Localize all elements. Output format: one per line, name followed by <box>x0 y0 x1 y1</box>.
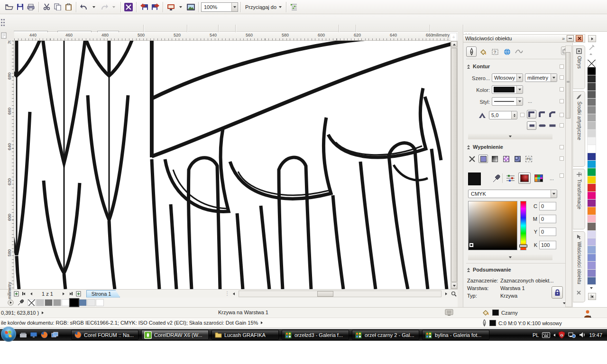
quicklaunch-desktop-icon[interactable] <box>29 331 38 339</box>
proof-colors-icon[interactable] <box>445 309 453 316</box>
search-content-button[interactable] <box>123 2 134 12</box>
color-swatch[interactable] <box>587 122 596 129</box>
welcome-screen-button[interactable] <box>185 2 196 12</box>
undo-button[interactable] <box>79 2 89 12</box>
color-swatch[interactable] <box>587 200 596 207</box>
eyedropper-icon[interactable] <box>18 299 24 306</box>
palette-flyout-button[interactable] <box>588 35 596 42</box>
fill-checkbox[interactable] <box>560 145 564 149</box>
quicklaunch-switcher-icon[interactable] <box>50 331 59 339</box>
flyout-arrow-icon[interactable] <box>261 321 263 324</box>
corner-checkbox[interactable] <box>560 113 564 117</box>
fill-more-button[interactable]: ... <box>550 175 554 181</box>
color-swatch[interactable] <box>87 299 95 306</box>
open-button[interactable] <box>4 2 14 12</box>
taskbar-button-corel-forum[interactable]: Corel FORUM :: Na... <box>71 330 138 340</box>
ruler-origin-corner[interactable] <box>0 31 14 41</box>
vertical-scrollbar[interactable] <box>451 41 458 289</box>
drawing-canvas[interactable] <box>14 41 451 289</box>
current-fill-swatch[interactable] <box>468 173 481 185</box>
tab-srodki-artystyczne[interactable]: Środki artystyczne <box>573 91 585 167</box>
horizontal-scroll-thumb[interactable] <box>317 291 333 297</box>
c-input[interactable]: 0 <box>539 202 556 210</box>
transparency-tab-button[interactable]: ? <box>490 46 500 57</box>
print-button[interactable] <box>26 2 36 12</box>
clock[interactable]: 19:47 <box>589 332 602 338</box>
summary-section-header[interactable]: Podsumowanie <box>467 267 511 273</box>
fill-section-header[interactable]: Wypełnienie <box>467 144 503 150</box>
options-button[interactable] <box>289 2 299 12</box>
y-input[interactable]: 0 <box>539 228 556 236</box>
miter-limit-spinner[interactable]: 5,0 <box>489 111 517 119</box>
add-page-button-2[interactable] <box>75 290 83 297</box>
network-icon[interactable] <box>568 332 576 338</box>
quicklaunch-firefox-icon[interactable] <box>39 331 49 339</box>
undo-dropdown[interactable] <box>90 3 98 11</box>
antivirus-shield-icon[interactable]: G <box>559 331 565 338</box>
flyout-arrow-icon[interactable] <box>42 311 44 314</box>
docker-overflow-chevrons[interactable]: » <box>562 36 565 41</box>
docpal-flyout-button[interactable] <box>7 299 14 306</box>
zoom-corner-button[interactable] <box>450 290 458 297</box>
cut-button[interactable] <box>41 2 52 12</box>
fill-tab-button[interactable] <box>478 46 488 57</box>
quicklaunch-device-icon[interactable] <box>18 331 28 339</box>
copy-button[interactable] <box>52 2 63 12</box>
taskbar-button-lucash-grafika[interactable]: Lucash GRAFIKA <box>212 330 279 340</box>
whats-new-button[interactable] <box>582 309 593 318</box>
first-page-button[interactable] <box>20 290 28 297</box>
color-palettes-button[interactable] <box>533 173 545 184</box>
redo-dropdown[interactable] <box>110 3 118 11</box>
color-swatch[interactable] <box>587 99 596 106</box>
k-input[interactable]: 100 <box>539 241 556 249</box>
docker-minimize-button[interactable] <box>567 35 574 42</box>
texture-fill-button[interactable] <box>513 155 522 163</box>
taskbar-button-bylina[interactable]: bylina - Galeria fot... <box>422 330 489 340</box>
docker-close-button[interactable] <box>576 35 583 42</box>
kontur-unit-dropdown[interactable]: milimetry <box>525 73 557 82</box>
vertical-scroll-thumb[interactable] <box>451 48 457 282</box>
import-button[interactable] <box>139 2 149 12</box>
docker-scroll-thumb[interactable] <box>566 52 570 118</box>
tab-obrys[interactable]: Obrys <box>573 46 585 89</box>
hscroll-right-button[interactable] <box>442 290 450 297</box>
hue-strip[interactable] <box>520 201 526 250</box>
horizontal-scrollbar[interactable] <box>239 291 441 297</box>
spinner-arrows[interactable] <box>511 111 517 119</box>
color-swatch[interactable] <box>587 91 596 99</box>
next-page-button[interactable] <box>60 290 67 297</box>
fill-type-checkbox[interactable] <box>560 156 564 161</box>
lock-object-button[interactable] <box>552 286 563 299</box>
color-swatch[interactable] <box>587 153 596 161</box>
add-page-button[interactable] <box>12 290 20 297</box>
kontur-color-dropdown[interactable] <box>492 85 523 94</box>
color-swatch[interactable] <box>587 168 596 176</box>
taskbar-button-orzelzd3[interactable]: orzełzd3 - Galeria f... <box>282 330 349 340</box>
width-checkbox[interactable] <box>560 75 564 80</box>
palette-scroll-up[interactable] <box>589 53 592 55</box>
redo-button[interactable] <box>99 2 109 12</box>
color-swatch[interactable] <box>587 192 596 200</box>
color-marker[interactable] <box>469 243 473 247</box>
color-swatch[interactable] <box>587 184 596 191</box>
tray-expand-icon[interactable] <box>553 334 555 337</box>
page-tab-strona-1[interactable]: Strona 1 <box>86 290 120 298</box>
language-indicator[interactable]: PL <box>533 332 539 338</box>
fill-settings-icon[interactable] <box>506 174 515 182</box>
save-button[interactable] <box>15 2 25 12</box>
color-swatch[interactable] <box>587 207 596 215</box>
snap-to-dropdown[interactable]: Przyciągaj do <box>243 4 284 10</box>
hscroll-left-button[interactable] <box>230 290 238 297</box>
color-swatch[interactable] <box>587 223 596 230</box>
style-more-button[interactable]: ... <box>528 98 532 104</box>
pattern-fill-button[interactable] <box>501 155 511 163</box>
style-checkbox[interactable] <box>560 99 564 103</box>
color-swatch[interactable] <box>587 254 596 262</box>
export-button[interactable] <box>150 2 160 12</box>
color-swatch[interactable] <box>587 114 596 122</box>
fountain-fill-button[interactable] <box>490 155 499 163</box>
color-swatch[interactable] <box>587 277 596 285</box>
color-swatch[interactable] <box>53 299 61 306</box>
miter-checkbox[interactable] <box>520 113 524 117</box>
no-color-swatch[interactable] <box>28 299 36 306</box>
